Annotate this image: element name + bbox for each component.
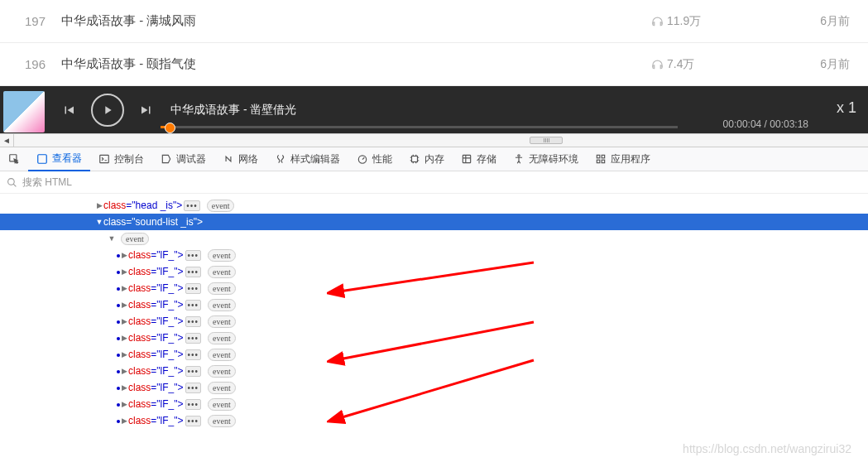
svg-rect-2 — [100, 155, 109, 162]
album-thumb[interactable] — [3, 91, 45, 132]
svg-line-13 — [339, 322, 534, 359]
headphones-icon — [651, 15, 664, 27]
svg-line-14 — [339, 360, 534, 418]
svg-rect-5 — [463, 155, 470, 162]
h-scrollbar[interactable]: ◄ — [0, 133, 868, 147]
svg-point-6 — [518, 155, 520, 156]
player-title: 中华成语故事 - 凿壁借光 — [170, 103, 296, 118]
annotation-arrow — [327, 258, 542, 300]
player-time: 00:00:04 / 00:03:18 — [723, 118, 808, 130]
pick-element-button[interactable] — [0, 147, 28, 171]
play-button[interactable] — [91, 94, 124, 127]
scroll-left-arrow[interactable]: ◄ — [0, 134, 14, 147]
tab-console[interactable]: 控制台 — [90, 147, 152, 171]
svg-point-3 — [358, 156, 366, 163]
track-plays: 11.9万 — [651, 14, 784, 29]
svg-rect-1 — [38, 154, 47, 163]
track-title: 中华成语故事 - 满城风雨 — [61, 13, 651, 29]
svg-point-11 — [8, 178, 15, 185]
tab-performance[interactable]: 性能 — [348, 147, 400, 171]
track-title: 中华成语故事 - 颐指气使 — [61, 56, 651, 72]
svg-rect-7 — [597, 155, 600, 158]
progress-bar[interactable] — [161, 126, 678, 128]
svg-rect-10 — [602, 160, 605, 163]
svg-rect-8 — [602, 155, 605, 158]
search-placeholder: 搜索 HTML — [22, 176, 72, 190]
track-row[interactable]: 196 中华成语故事 - 颐指气使 7.4万 6月前 — [0, 43, 868, 86]
tab-inspector[interactable]: 查看器 — [28, 148, 90, 171]
search-icon — [7, 177, 17, 188]
track-number: 196 — [25, 57, 61, 71]
svg-rect-9 — [597, 160, 600, 163]
tab-memory[interactable]: 内存 — [400, 147, 453, 171]
tab-network[interactable]: 网络 — [214, 147, 266, 171]
watermark: https://blog.csdn.net/wangzirui32 — [683, 442, 851, 455]
tab-debugger[interactable]: 调试器 — [152, 147, 214, 171]
svg-rect-4 — [412, 156, 418, 162]
html-search[interactable]: 搜索 HTML — [0, 171, 868, 194]
track-plays: 7.4万 — [651, 57, 784, 72]
next-button[interactable] — [139, 103, 154, 118]
prev-button[interactable] — [61, 103, 76, 118]
track-time: 6月前 — [784, 14, 850, 29]
annotation-arrow — [327, 356, 542, 426]
tab-accessibility[interactable]: 无障碍环境 — [505, 147, 587, 171]
audio-player: 中华成语故事 - 凿壁借光 00:00:04 / 00:03:18 x 1 — [0, 86, 868, 133]
track-time: 6月前 — [784, 57, 850, 72]
devtools-toolbar: 查看器 控制台 调试器 网络 样式编辑器 性能 内存 存储 无障碍环境 应用程序 — [0, 147, 868, 171]
svg-line-12 — [339, 262, 534, 291]
tab-application[interactable]: 应用程序 — [587, 147, 659, 171]
scroll-grip[interactable] — [530, 137, 563, 144]
tab-style-editor[interactable]: 样式编辑器 — [266, 147, 348, 171]
track-row[interactable]: 197 中华成语故事 - 满城风雨 11.9万 6月前 — [0, 0, 868, 43]
headphones-icon — [651, 58, 664, 70]
tab-storage[interactable]: 存储 — [453, 147, 505, 171]
track-number: 197 — [25, 14, 61, 28]
playback-speed[interactable]: x 1 — [837, 99, 856, 117]
